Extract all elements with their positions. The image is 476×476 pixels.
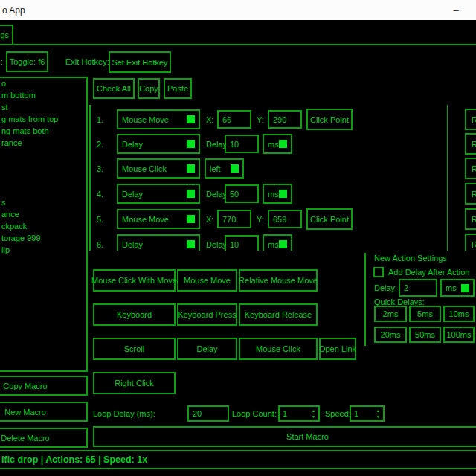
- set-exit-hotkey-button[interactable]: Set Exit Hotkey: [109, 51, 171, 73]
- app-window: o App – gs : Toggle: f6 Exit Hotkey: Set…: [0, 0, 476, 476]
- paste-button[interactable]: Paste: [164, 78, 192, 99]
- add-delay-checkbox[interactable]: [373, 267, 384, 277]
- remove-action-button[interactable]: R: [465, 158, 476, 179]
- y-input[interactable]: 290: [268, 110, 302, 129]
- loop-delay-input[interactable]: 20: [187, 405, 229, 422]
- spinner-down-icon[interactable]: ▼: [376, 415, 380, 419]
- remove-action-button[interactable]: R: [465, 208, 476, 230]
- palette-delay-button[interactable]: Delay: [177, 338, 237, 360]
- macro-list-item[interactable]: [0, 173, 86, 184]
- spinner-up-icon[interactable]: ▲: [312, 409, 315, 413]
- palette-right-click-button[interactable]: Right Click: [93, 372, 176, 394]
- dropdown-indicator-icon: [461, 284, 469, 292]
- macro-list-item[interactable]: torage 999: [0, 232, 86, 244]
- loop-count-label: Loop Count:: [232, 405, 277, 422]
- remove-action-button[interactable]: R: [465, 109, 476, 130]
- dropdown-indicator-icon: [187, 215, 195, 223]
- x-input[interactable]: 66: [217, 110, 251, 129]
- palette-mouse-move-button[interactable]: Mouse Move: [177, 269, 237, 292]
- mouse-button-dropdown[interactable]: left: [205, 158, 244, 178]
- quick-delay-20ms-button[interactable]: 20ms: [374, 327, 407, 343]
- palette-keyboard-button[interactable]: Keyboard: [93, 303, 176, 326]
- delay-unit-dropdown[interactable]: ms: [263, 134, 292, 154]
- settings-delay-input[interactable]: 2: [399, 279, 437, 297]
- macro-list-item[interactable]: s: [0, 196, 86, 208]
- macro-list-item[interactable]: [0, 161, 86, 173]
- dropdown-indicator-icon: [187, 190, 195, 198]
- minimize-button[interactable]: –: [443, 0, 469, 20]
- add-delay-checkbox-label: Add Delay After Action: [388, 267, 469, 277]
- toggle-hotkey-button[interactable]: Toggle: f6: [6, 51, 48, 72]
- click-point-button[interactable]: Click Point: [306, 208, 353, 230]
- y-label: Y:: [257, 209, 264, 229]
- remove-action-button[interactable]: R: [465, 133, 476, 155]
- action-type-dropdown[interactable]: Mouse Move: [117, 109, 200, 129]
- palette-scroll-button[interactable]: Scroll: [93, 338, 176, 360]
- macro-list-item[interactable]: g mats from top: [0, 113, 86, 125]
- macro-list-item[interactable]: m bottom: [0, 89, 86, 101]
- action-row-number: 6.: [97, 234, 103, 251]
- copy-macro-button[interactable]: Copy Macro: [0, 376, 88, 396]
- macro-list-item[interactable]: ckpack: [0, 220, 86, 232]
- quick-delay-10ms-button[interactable]: 10ms: [443, 306, 475, 322]
- macro-list-item[interactable]: ance: [0, 208, 86, 220]
- macro-list-item[interactable]: lip: [0, 244, 86, 256]
- action-type-dropdown[interactable]: Mouse Click: [117, 158, 200, 178]
- palette-mouse-click-with-move-button[interactable]: Mouse Click With Move: [93, 269, 176, 292]
- dropdown-indicator-icon: [187, 140, 195, 148]
- settings-delay-unit-value: ms: [446, 283, 457, 292]
- palette-keyboard-release-button[interactable]: Keyboard Release: [239, 303, 318, 326]
- x-label: X:: [206, 109, 213, 129]
- delay-unit-dropdown[interactable]: ms: [263, 234, 292, 251]
- speed-stepper[interactable]: 1 ▲▼: [350, 405, 385, 422]
- speed-value: 1: [354, 409, 358, 418]
- delay-unit-value: ms: [268, 240, 279, 249]
- remove-action-button[interactable]: R: [465, 234, 476, 251]
- settings-delay-unit-dropdown[interactable]: ms: [440, 279, 475, 297]
- tab-settings[interactable]: gs: [0, 25, 13, 45]
- macro-list-item[interactable]: ng mats both: [0, 125, 86, 137]
- dropdown-indicator-icon: [279, 190, 287, 198]
- macro-list-item[interactable]: [0, 184, 86, 196]
- delay-input[interactable]: 10: [225, 235, 259, 251]
- action-type-dropdown[interactable]: Delay: [117, 134, 200, 154]
- action-type-dropdown[interactable]: Mouse Move: [117, 209, 200, 229]
- macro-list-item[interactable]: [0, 149, 86, 161]
- loop-count-stepper[interactable]: 1 ▲▼: [278, 405, 320, 422]
- macro-list-item[interactable]: o: [0, 77, 86, 89]
- palette-relative-mouse-move-button[interactable]: Relative Mouse Move: [239, 269, 318, 292]
- dropdown-indicator-icon: [187, 164, 195, 173]
- delay-input[interactable]: 10: [225, 135, 259, 153]
- new-macro-button[interactable]: New Macro: [0, 402, 88, 422]
- quick-delay-100ms-button[interactable]: 100ms: [443, 327, 475, 343]
- action-type-dropdown[interactable]: Delay: [117, 234, 200, 251]
- spinner-up-icon[interactable]: ▲: [376, 409, 380, 413]
- x-input[interactable]: 770: [217, 210, 251, 228]
- check-all-button[interactable]: Check All: [93, 78, 135, 99]
- quick-delay-5ms-button[interactable]: 5ms: [409, 306, 441, 322]
- copy-button[interactable]: Copy: [138, 78, 160, 99]
- delay-unit-value: ms: [268, 140, 279, 149]
- palette-open-link-button[interactable]: Open Link: [319, 338, 356, 360]
- macro-list-item[interactable]: st: [0, 101, 86, 113]
- start-macro-button[interactable]: Start Macro: [93, 426, 476, 447]
- y-input[interactable]: 659: [268, 210, 302, 228]
- quick-delay-2ms-button[interactable]: 2ms: [374, 306, 407, 322]
- palette-keyboard-press-button[interactable]: Keyboard Press: [177, 303, 237, 326]
- delay-unit-dropdown[interactable]: ms: [263, 184, 292, 204]
- macro-list-item[interactable]: rance: [0, 137, 86, 149]
- dropdown-indicator-icon: [279, 140, 287, 148]
- spinner-down-icon[interactable]: ▼: [312, 415, 315, 419]
- delay-input[interactable]: 50: [225, 184, 259, 203]
- action-type-dropdown[interactable]: Delay: [117, 184, 200, 204]
- title-bar: o App –: [0, 0, 476, 20]
- quick-delay-50ms-button[interactable]: 50ms: [409, 327, 441, 343]
- tab-strip-line: [0, 44, 476, 45]
- remove-action-button[interactable]: R: [465, 183, 476, 205]
- palette-mouse-click-button[interactable]: Mouse Click: [239, 338, 318, 360]
- delete-macro-button[interactable]: Delete Macro: [0, 428, 88, 448]
- action-rows-viewport[interactable]: 1. Mouse Move X: 66 Y: 290 Click Point R…: [89, 104, 476, 251]
- click-point-button[interactable]: Click Point: [306, 109, 353, 130]
- loop-delay-label: Loop Delay (ms):: [93, 405, 155, 422]
- speed-label: Speed:: [325, 405, 351, 422]
